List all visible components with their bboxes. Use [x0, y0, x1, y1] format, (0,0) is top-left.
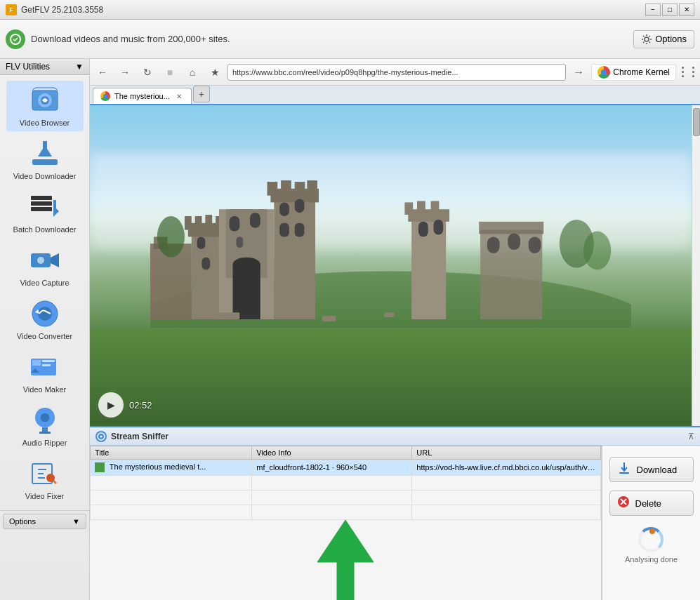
collapse-button[interactable]: ⊼ [688, 432, 694, 441]
svg-rect-47 [267, 182, 277, 196]
new-tab-button[interactable]: + [193, 86, 210, 102]
gear-icon [641, 34, 652, 45]
svg-rect-23 [39, 432, 51, 434]
stream-sniffer-header: Stream Sniffer ⊼ [90, 427, 700, 446]
delete-icon [617, 495, 630, 511]
tab-0[interactable]: The mysteriou... ✕ [93, 88, 192, 104]
sidebar-item-label-video-capture: Video Capture [20, 279, 69, 287]
col-video-info: Video Info [252, 446, 412, 460]
stream-table: Title Video Info URL The mysterious medi [90, 446, 602, 600]
audio-ripper-icon [29, 405, 60, 436]
options-button[interactable]: Options [633, 30, 694, 48]
sidebar-item-audio-ripper[interactable]: Audio Ripper [6, 401, 84, 451]
tabs-bar: The mysteriou... ✕ + [90, 86, 700, 105]
sidebar-item-label-video-browser: Video Browser [20, 119, 70, 127]
tab-close-0[interactable]: ✕ [174, 91, 184, 101]
svg-rect-71 [384, 312, 395, 317]
video-area: ▶ 02:52 [90, 105, 692, 426]
dot5 [692, 71, 694, 73]
back-button[interactable]: ← [93, 63, 112, 81]
sidebar-item-batch-downloader[interactable]: Batch Downloader [6, 187, 84, 238]
sidebar-item-label-video-downloader: Video Downloader [13, 172, 77, 180]
chrome-kernel-selector[interactable]: Chrome Kernel [591, 64, 676, 81]
address-bar[interactable]: https://www.bbc.com/reel/video/p09q8hpg/… [227, 64, 566, 81]
more-button[interactable] [679, 64, 687, 80]
dot4 [692, 67, 694, 69]
sidebar-options-button[interactable]: Options ▼ [3, 514, 86, 529]
time-display: 02:52 [129, 400, 152, 411]
sidebar-item-video-downloader[interactable]: Video Downloader [6, 134, 84, 185]
svg-rect-40 [232, 264, 260, 319]
svg-rect-58 [417, 201, 425, 212]
download-label: Download [637, 465, 678, 475]
maximize-button[interactable]: □ [662, 4, 678, 16]
scrollbar-right[interactable] [692, 105, 700, 426]
sidebar-dropdown[interactable]: FLV Utilities ▼ [0, 59, 89, 75]
title-bar-left: F GetFLV 25.2103.3558 [6, 4, 103, 15]
video-downloader-icon [29, 138, 60, 169]
col-url: URL [412, 446, 601, 460]
download-button[interactable]: Download [609, 457, 694, 482]
svg-rect-52 [294, 199, 304, 213]
minimize-button[interactable]: − [645, 4, 661, 16]
analysing-text: Analysing done [625, 555, 678, 564]
play-button[interactable]: ▶ [98, 392, 124, 418]
table-row[interactable]: The mysterious medieval t... mf_cloudfro… [91, 460, 601, 476]
play-overlay: ▶ 02:52 [98, 392, 152, 418]
svg-rect-9 [31, 201, 52, 206]
dot6 [692, 75, 694, 77]
svg-point-74 [583, 231, 611, 269]
svg-rect-32 [185, 216, 192, 230]
download-icon [617, 461, 631, 479]
dot1 [682, 67, 684, 69]
svg-rect-45 [274, 196, 315, 319]
svg-point-15 [37, 257, 44, 264]
table-row-empty-2 [91, 491, 601, 505]
sidebar-item-label-video-converter: Video Converter [17, 332, 72, 340]
home-button[interactable]: ⌂ [183, 63, 202, 81]
svg-rect-56 [408, 209, 449, 222]
content-area: FLV Utilities ▼ Video Brow [0, 59, 700, 600]
svg-rect-34 [205, 215, 212, 227]
sidebar-item-video-maker[interactable]: Video Maker [6, 347, 84, 398]
close-button[interactable]: ✕ [679, 4, 694, 16]
more-button-2[interactable] [689, 64, 697, 80]
sidebar-item-video-fixer[interactable]: Video Fixer [6, 454, 84, 505]
svg-rect-51 [279, 202, 289, 216]
title-bar-controls: − □ ✕ [645, 4, 694, 16]
svg-point-41 [232, 258, 260, 272]
svg-rect-5 [32, 159, 58, 165]
sidebar-item-video-capture[interactable]: Video Capture [6, 241, 84, 291]
sidebar-item-video-browser[interactable]: Video Browser [6, 81, 84, 131]
refresh-button[interactable]: ↻ [138, 63, 157, 81]
svg-rect-21 [42, 364, 51, 366]
batch-downloader-icon [29, 192, 60, 222]
svg-rect-44 [236, 236, 243, 248]
svg-rect-59 [430, 201, 439, 213]
upload-arrow-icon [303, 520, 388, 600]
svg-rect-63 [479, 222, 543, 234]
url-text: https://www.bbc.com/reel/video/p09q8hpg/… [232, 68, 458, 76]
svg-rect-70 [322, 316, 336, 321]
options-label: Options [655, 34, 687, 44]
svg-rect-53 [279, 223, 289, 237]
svg-rect-54 [294, 223, 304, 237]
col-title: Title [91, 446, 252, 460]
promo-text: Download videos and music from 200,000+ … [31, 34, 628, 44]
delete-button[interactable]: Delete [609, 491, 694, 516]
svg-rect-77 [619, 472, 629, 474]
svg-point-1 [645, 37, 649, 41]
table-row-empty-1 [91, 476, 601, 491]
svg-rect-48 [281, 180, 291, 193]
svg-rect-19 [32, 360, 41, 366]
svg-rect-37 [202, 258, 210, 270]
star-button[interactable]: ★ [205, 63, 225, 81]
svg-rect-69 [219, 312, 239, 319]
sidebar-item-video-converter[interactable]: Video Converter [6, 294, 84, 345]
scroll-thumb[interactable] [693, 108, 700, 136]
go-button[interactable]: → [569, 63, 588, 81]
svg-rect-50 [307, 180, 317, 194]
stop-button[interactable]: ■ [160, 63, 180, 81]
chrome-icon [597, 66, 610, 79]
forward-button[interactable]: → [115, 63, 135, 81]
